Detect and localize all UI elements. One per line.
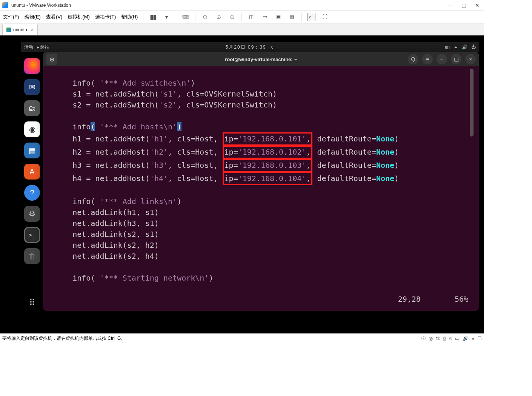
power-icon[interactable]: ⏻ — [471, 45, 476, 50]
vm-tab[interactable]: ununtu × — [2, 24, 38, 35]
snapshot-icon[interactable]: ◷ — [201, 13, 209, 21]
single-window-icon[interactable]: ▭ — [261, 13, 269, 21]
activities-button[interactable]: 活动 — [24, 44, 33, 51]
device-printer-icon[interactable]: ⎙ — [443, 336, 446, 341]
scroll-percent: 56% — [455, 294, 468, 305]
menu-view[interactable]: 查看(V) — [46, 14, 62, 20]
separator — [176, 13, 176, 21]
device-cd-icon[interactable]: ◎ — [429, 336, 433, 341]
window-titlebar: ununtu - VMware Workstation — ▢ ✕ — [0, 0, 484, 11]
terminal-header: ⊕ root@windy-virtual-machine: ~ Q ≡ – ▢ … — [43, 52, 479, 66]
dock-software-icon[interactable]: A — [24, 164, 40, 180]
revert-snapshot-icon[interactable]: ◶ — [214, 13, 223, 21]
vim-status: 29,28 56% — [398, 294, 468, 305]
cursor-position: 29,28 — [398, 294, 421, 305]
console-icon[interactable]: >_ — [307, 13, 315, 21]
menu-bar: 文件(F) 编辑(E) 查看(V) 虚拟机(M) 选项卡(T) 帮助(H) ▮▮… — [0, 11, 484, 23]
split-view-icon[interactable]: ◫ — [247, 13, 255, 21]
device-display-icon[interactable]: ▭ — [455, 336, 460, 341]
terminal-scrollbar[interactable] — [470, 69, 474, 137]
status-device-icons: ⛁ ◎ ⇆ ⎙ ⎋ ▭ 🔊 » ☐ — [421, 336, 482, 341]
vmware-status-bar: 要将输入定向到该虚拟机，请在虚拟机内部单击或按 Ctrl+G。 ⛁ ◎ ⇆ ⎙ … — [0, 333, 484, 343]
terminal-indicator[interactable]: ▸ 终端 — [37, 44, 49, 51]
dock-settings-icon[interactable]: ⚙ — [24, 206, 40, 222]
window-controls: — ▢ ✕ — [446, 2, 482, 8]
device-sound-icon[interactable]: 🔊 — [463, 336, 469, 341]
terminal-body[interactable]: info( '*** Add switches\n') s1 = net.add… — [43, 66, 479, 311]
window-title: ununtu - VMware Workstation — [11, 3, 71, 8]
separator — [143, 13, 143, 21]
play-dropdown-icon[interactable]: ▾ — [162, 13, 171, 21]
status-more-icon[interactable]: » — [472, 336, 474, 341]
dock-libreoffice-icon[interactable]: ▤ — [24, 143, 40, 158]
ubuntu-dock: ✉ 🗂 ◉ ▤ A ? ⚙ >_ 🗑 ⠿ — [21, 52, 43, 311]
separator — [241, 13, 242, 21]
bell-icon: ♫ — [270, 45, 274, 50]
tab-close-icon[interactable]: × — [31, 27, 34, 32]
volume-icon[interactable]: 🔊 — [462, 45, 467, 50]
fullscreen-icon[interactable]: ⛶ — [321, 13, 329, 21]
send-ctrl-alt-del-icon[interactable]: ⌨ — [181, 13, 190, 21]
network-icon[interactable]: ⏶ — [454, 45, 458, 50]
device-hdd-icon[interactable]: ⛁ — [421, 336, 426, 341]
search-icon[interactable]: Q — [408, 54, 418, 64]
dock-rhythmbox-icon[interactable]: ◉ — [24, 121, 40, 137]
clock[interactable]: 5月20日 09：39 ♫ — [226, 44, 275, 51]
dock-show-apps-icon[interactable]: ⠿ — [24, 295, 40, 311]
menu-tabs[interactable]: 选项卡(T) — [95, 14, 116, 20]
menu-file[interactable]: 文件(F) — [3, 14, 19, 20]
menu-vm[interactable]: 虚拟机(M) — [68, 14, 90, 20]
detach-tab-icon[interactable]: ▨ — [288, 13, 296, 21]
dock-files-icon[interactable]: 🗂 — [24, 100, 40, 116]
vmware-app-icon — [2, 2, 8, 8]
tab-label: ununtu — [13, 27, 27, 32]
terminal-window: ⊕ root@windy-virtual-machine: ~ Q ≡ – ▢ … — [43, 52, 479, 311]
hamburger-menu-icon[interactable]: ≡ — [422, 54, 433, 64]
device-network-icon[interactable]: ⇆ — [436, 336, 440, 341]
dock-terminal-icon[interactable]: >_ — [24, 227, 40, 243]
separator — [195, 13, 195, 21]
terminal-content: info( '*** Add switches\n') s1 = net.add… — [54, 78, 467, 284]
pause-icon[interactable]: ▮▮ — [149, 13, 157, 21]
maximize-button[interactable]: ▢ — [459, 2, 468, 8]
device-usb-icon[interactable]: ⎋ — [449, 336, 452, 341]
terminal-title: root@windy-virtual-machine: ~ — [225, 57, 297, 62]
status-input-icon[interactable]: ☐ — [477, 336, 482, 341]
unity-mode-icon[interactable]: ▣ — [274, 13, 283, 21]
terminal-minimize-icon[interactable]: – — [437, 54, 447, 64]
terminal-close-icon[interactable]: × — [465, 54, 476, 64]
terminal-maximize-icon[interactable]: ▢ — [451, 54, 461, 64]
close-button[interactable]: ✕ — [473, 2, 482, 8]
menu-edit[interactable]: 编辑(E) — [25, 14, 41, 20]
input-lang[interactable]: en — [445, 45, 450, 50]
tab-vm-icon — [6, 28, 11, 32]
guest-display[interactable]: 活动 ▸ 终端 5月20日 09：39 ♫ en ⏶ 🔊 ⏻ ✉ 🗂 ◉ ▤ A… — [0, 35, 484, 333]
dock-thunderbird-icon[interactable]: ✉ — [24, 79, 40, 95]
tab-strip: ununtu × — [0, 23, 484, 35]
dock-firefox-icon[interactable] — [24, 58, 40, 74]
new-tab-button[interactable]: ⊕ — [46, 54, 57, 65]
separator — [301, 13, 302, 21]
menu-help[interactable]: 帮助(H) — [121, 14, 138, 20]
dock-trash-icon[interactable]: 🗑 — [24, 248, 40, 264]
minimize-button[interactable]: — — [446, 2, 455, 8]
dock-help-icon[interactable]: ? — [24, 185, 40, 201]
status-hint: 要将输入定向到该虚拟机，请在虚拟机内部单击或按 Ctrl+G。 — [2, 335, 125, 342]
ubuntu-top-bar: 活动 ▸ 终端 5月20日 09：39 ♫ en ⏶ 🔊 ⏻ — [21, 42, 479, 52]
manage-snapshots-icon[interactable]: ◵ — [228, 13, 236, 21]
